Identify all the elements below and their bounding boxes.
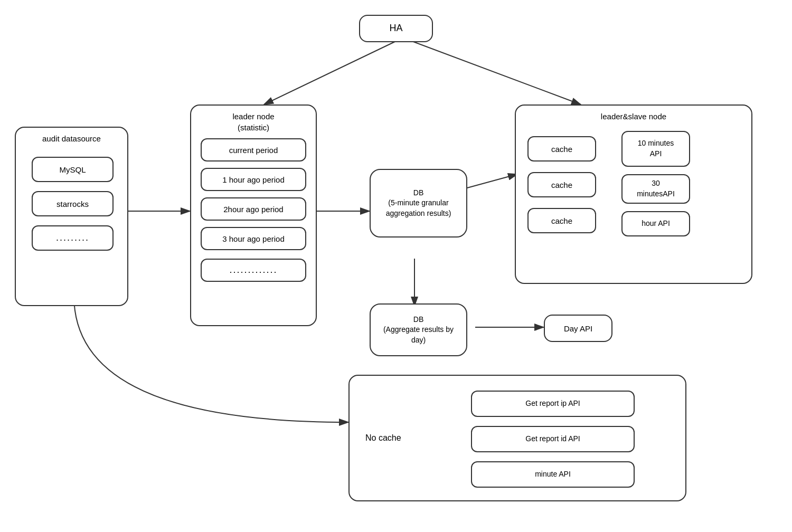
dots1-box: ......... [32,225,114,251]
no-cache-container: No cache Get report ip API Get report id… [348,375,686,501]
db-day-label: DB (Aggregate results by day) [383,315,454,346]
leader-node-title: leader node(statistic) [191,111,316,133]
mysql-box: MySQL [32,157,114,182]
api-30min-box: 30 minutesAPI [621,174,690,204]
audit-datasource-container: audit datasource MySQL starrocks .......… [15,127,128,306]
api-10min-box: 10 minutes API [621,131,690,167]
dots2-box: ............. [201,259,306,282]
ha-box: HA [359,15,433,42]
current-period-box: current period [201,138,306,162]
api-hour-box: hour API [621,211,690,236]
get-report-ip-box: Get report ip API [471,391,635,417]
dots2-label: ............. [229,263,277,277]
starrocks-box: starrocks [32,191,114,216]
day-api-box: Day API [544,315,612,342]
api-10min-label: 10 minutes API [638,138,674,159]
cache2-box: cache [527,172,596,197]
mysql-label: MySQL [59,164,86,175]
audit-datasource-title: audit datasource [16,133,127,144]
db-5min-label: DB (5-minute granular aggregation result… [386,188,451,219]
cache1-box: cache [527,136,596,162]
three-hour-box: 3 hour ago period [201,227,306,250]
leader-slave-container: leader&slave node cache cache cache 10 m… [515,104,752,284]
db-day-box: DB (Aggregate results by day) [370,303,467,356]
ha-label: HA [389,22,402,35]
cache3-box: cache [527,208,596,233]
diagram: HA audit datasource MySQL starrocks ....… [0,0,792,532]
one-hour-box: 1 hour ago period [201,168,306,191]
cache3-label: cache [551,215,572,226]
current-period-label: current period [229,145,278,156]
cache1-label: cache [551,144,572,155]
two-hour-label: 2hour ago period [223,204,283,215]
leader-node-container: leader node(statistic) current period 1 … [190,104,317,326]
api-hour-label: hour API [642,218,670,229]
minute-api-label: minute API [535,469,571,480]
minute-api-box: minute API [471,461,635,488]
leader-slave-title: leader&slave node [516,111,751,122]
cache2-label: cache [551,179,572,191]
no-cache-label: No cache [365,433,401,443]
three-hour-label: 3 hour ago period [222,233,285,244]
one-hour-label: 1 hour ago period [222,174,285,185]
get-report-id-box: Get report id API [471,426,635,452]
api-30min-label: 30 minutesAPI [637,178,675,199]
get-report-ip-label: Get report ip API [525,398,580,409]
starrocks-label: starrocks [56,198,89,210]
two-hour-box: 2hour ago period [201,197,306,221]
day-api-label: Day API [564,323,592,334]
db-5min-box: DB (5-minute granular aggregation result… [370,169,467,238]
get-report-id-label: Get report id API [525,434,580,444]
dots1-label: ......... [56,231,89,244]
